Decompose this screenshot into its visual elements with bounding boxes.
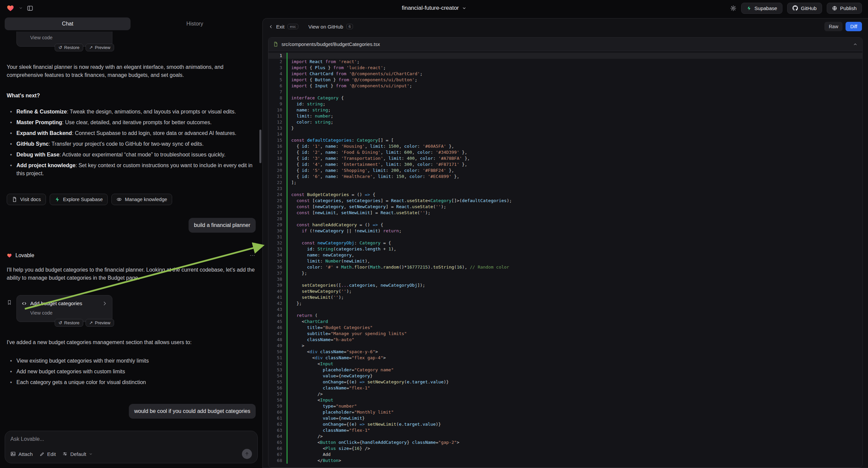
code-text: subtitle="Manage your spending limits" <box>287 331 407 337</box>
lovable-logo-icon[interactable] <box>6 4 15 12</box>
restore-button[interactable]: ↺Restore <box>55 43 83 51</box>
topbar-right: Supabase GitHub Publish <box>730 3 862 14</box>
line-number: 2 <box>269 59 286 65</box>
code-panel: Exit esc View on GitHub 6 Raw Diff src/c… <box>262 18 868 468</box>
line-number: 38 <box>269 276 286 282</box>
code-line: 19 { id: '4', name: 'Entertainment', lim… <box>269 162 862 168</box>
edit-button[interactable]: Edit <box>39 451 56 457</box>
view-on-github-button[interactable]: View on GitHub 6 <box>308 24 353 30</box>
chat-input[interactable] <box>10 436 252 442</box>
code-text: const handleAddCategory = () => { <box>287 222 383 228</box>
chat-paragraph: Your sleek financial planner is now read… <box>7 63 256 79</box>
line-number: 26 <box>269 204 286 210</box>
workspace-chevron-icon[interactable] <box>19 6 23 10</box>
line-number: 18 <box>269 155 286 162</box>
code-line: 7 <box>269 89 862 95</box>
diff-toggle-button[interactable]: Diff <box>845 22 862 31</box>
code-line: 42 }; <box>269 300 862 306</box>
code-line: 31 <box>269 234 862 240</box>
toggle-sidebar-icon[interactable] <box>27 5 33 11</box>
line-number: 3 <box>269 65 286 71</box>
chat-paragraph: I'll help you add budget categories to t… <box>7 266 256 282</box>
bullet-item: Add new budget categories with custom li… <box>10 368 256 376</box>
code-card-add-budget-categories[interactable]: Add budget categoriesView code↺Restore↗P… <box>17 295 113 322</box>
project-switcher[interactable]: financial-future-creator <box>402 5 466 11</box>
view-code-link[interactable]: View code <box>30 310 107 317</box>
edit-label: Edit <box>47 451 56 457</box>
preview-button[interactable]: ↗Preview <box>86 43 114 51</box>
line-number: 15 <box>269 137 286 143</box>
esc-shortcut-badge: esc <box>287 24 298 29</box>
code-line: 38 <box>269 276 862 282</box>
topbar-left <box>6 4 33 12</box>
code-text: id: String(categories.length + 1), <box>287 246 396 252</box>
github-button[interactable]: GitHub <box>787 3 822 14</box>
code-card-implement-financial-planner[interactable]: Implement financial plannerView code↺Res… <box>17 32 113 47</box>
line-number: 49 <box>269 343 286 349</box>
project-chevron-icon <box>462 6 466 10</box>
settings-gear-icon[interactable] <box>730 5 737 11</box>
code-text: setNewLimit(''); <box>287 294 344 300</box>
collapse-chevron-icon[interactable] <box>853 42 858 47</box>
tab-history[interactable]: History <box>132 18 258 30</box>
code-line: 29 const handleAddCategory = () => { <box>269 222 862 228</box>
code-text: className="flex-1" <box>287 385 370 391</box>
code-text: { id: '3', name: 'Transportation', limit… <box>287 155 470 162</box>
attach-button[interactable]: Attach <box>10 451 33 457</box>
line-number: 67 <box>269 451 286 458</box>
line-number: 57 <box>269 391 286 397</box>
code-text <box>287 234 291 240</box>
code-line: 22]; <box>269 180 862 186</box>
line-number: 19 <box>269 162 286 168</box>
code-line: 18 { id: '3', name: 'Transportation', li… <box>269 155 862 162</box>
message-menu[interactable]: ⋯ <box>250 252 256 260</box>
attach-label: Attach <box>19 451 33 457</box>
arrow-up-icon <box>245 451 249 456</box>
chip-explore-supabase[interactable]: Explore Supabase <box>50 194 108 205</box>
line-number: 54 <box>269 373 286 379</box>
code-line: 55 onChange={(e) => setNewCategory(e.tar… <box>269 379 862 385</box>
code-text: import { Plus } from 'lucide-react'; <box>287 65 386 71</box>
code-line: 59 type="number" <box>269 403 862 409</box>
bullet-item: GitHub Sync: Transfer your project's cod… <box>10 140 256 148</box>
code-line: 54 value={newCategory} <box>269 373 862 379</box>
code-text: onChange={(e) => setNewLimit(e.target.va… <box>287 421 441 428</box>
chip-label: Manage knowledge <box>125 197 167 202</box>
code-line: 47 subtitle="Manage your spending limits… <box>269 331 862 337</box>
chevron-down-icon <box>89 452 93 456</box>
code-line: 17 { id: '2', name: 'Food & Dining', lim… <box>269 149 862 155</box>
preview-button[interactable]: ↗Preview <box>86 319 114 327</box>
chat-scrollbar-thumb[interactable] <box>259 129 261 163</box>
restore-button[interactable]: ↺Restore <box>55 319 83 327</box>
code-line: 35 limit: Number(newLimit), <box>269 258 862 264</box>
line-number: 66 <box>269 445 286 451</box>
chip-visit-docs[interactable]: Visit docs <box>7 194 46 205</box>
supabase-button[interactable]: Supabase <box>741 3 783 14</box>
default-mode-button[interactable]: Default <box>62 451 93 457</box>
file-header[interactable]: src/components/budget/BudgetCategories.t… <box>269 38 862 51</box>
chip-label: Visit docs <box>20 197 41 202</box>
publish-button[interactable]: Publish <box>827 3 862 14</box>
bullet-list: View existing budget categories with the… <box>7 354 256 389</box>
code-text: className="flex-1" <box>287 428 370 433</box>
code-text: value={newCategory} <box>287 373 373 379</box>
code-editor[interactable]: 12import React from 'react';3import { Pl… <box>269 51 862 467</box>
code-line: 57 /> <box>269 391 862 397</box>
view-code-link[interactable]: View code <box>30 34 107 41</box>
send-button[interactable] <box>242 449 252 459</box>
supabase-label: Supabase <box>754 5 777 11</box>
code-line: 48 className="h-auto" <box>269 337 862 343</box>
chevron-right-icon <box>102 301 107 306</box>
chat-scroll[interactable]: Clean, intuitive navigationFor the desig… <box>0 32 262 428</box>
raw-toggle-button[interactable]: Raw <box>825 22 842 31</box>
code-text: { id: '2', name: 'Food & Dining', limit:… <box>287 149 467 155</box>
github-shortcut-badge: 6 <box>346 24 353 29</box>
app-root: financial-future-creator Supabase GitHub… <box>0 0 868 468</box>
chip-manage-knowledge[interactable]: Manage knowledge <box>112 194 172 205</box>
code-text: placeholder="Category name" <box>287 367 394 373</box>
tab-chat[interactable]: Chat <box>5 18 130 30</box>
code-text <box>287 216 291 222</box>
line-number: 56 <box>269 385 286 391</box>
exit-button[interactable]: Exit esc <box>269 24 298 30</box>
code-card-actions: ↺Restore↗Preview <box>55 319 114 327</box>
